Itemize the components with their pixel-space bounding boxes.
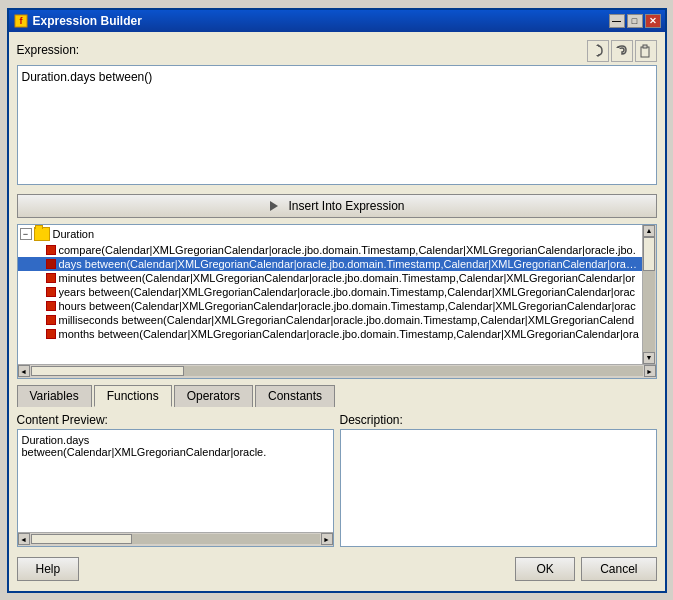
description-label: Description: bbox=[340, 413, 657, 427]
h-scroll-thumb bbox=[31, 366, 184, 376]
scroll-up-arrow[interactable]: ▲ bbox=[643, 225, 655, 237]
scroll-right-arrow[interactable]: ► bbox=[644, 365, 656, 377]
help-button[interactable]: Help bbox=[17, 557, 80, 581]
tree-item-milliseconds-between[interactable]: milliseconds between(Calendar|XMLGregori… bbox=[18, 313, 642, 327]
preview-scroll-right[interactable]: ► bbox=[321, 533, 333, 545]
preview-scroll-track bbox=[31, 534, 320, 544]
item-label: years between(Calendar|XMLGregorianCalen… bbox=[59, 286, 636, 298]
tree-item-hours-between[interactable]: hours between(Calendar|XMLGregorianCalen… bbox=[18, 299, 642, 313]
description-section: Description: bbox=[340, 413, 657, 547]
item-label: hours between(Calendar|XMLGregorianCalen… bbox=[59, 300, 636, 312]
tree-folder-duration[interactable]: − Duration bbox=[18, 225, 642, 243]
undo-button[interactable] bbox=[611, 40, 633, 62]
item-label: compare(Calendar|XMLGregorianCalendar|or… bbox=[59, 244, 636, 256]
scroll-down-arrow[interactable]: ▼ bbox=[643, 352, 655, 364]
refresh-button[interactable] bbox=[587, 40, 609, 62]
tree-scroll[interactable]: − Duration compare(Calendar|XMLGregorian… bbox=[18, 225, 642, 364]
tab-operators[interactable]: Operators bbox=[174, 385, 253, 407]
tree-item-days-between[interactable]: days between(Calendar|XMLGregorianCalend… bbox=[18, 257, 642, 271]
scroll-thumb bbox=[643, 237, 655, 272]
content-preview-box: Duration.days between(Calendar|XMLGregor… bbox=[17, 429, 334, 547]
folder-icon bbox=[34, 227, 50, 241]
vertical-scrollbar[interactable]: ▲ ▼ bbox=[642, 225, 656, 364]
item-label: minutes between(Calendar|XMLGregorianCal… bbox=[59, 272, 636, 284]
item-icon bbox=[46, 301, 56, 311]
window-icon: f bbox=[13, 13, 29, 29]
item-icon bbox=[46, 273, 56, 283]
content-preview-text: Duration.days between(Calendar|XMLGregor… bbox=[18, 430, 333, 462]
expression-label: Expression: bbox=[17, 43, 80, 57]
item-label: days between(Calendar|XMLGregorianCalend… bbox=[59, 258, 640, 270]
expression-input[interactable]: Duration.days between() bbox=[17, 65, 657, 185]
item-icon bbox=[46, 315, 56, 325]
tab-functions[interactable]: Functions bbox=[94, 385, 172, 407]
item-icon bbox=[46, 329, 56, 339]
toolbar-icons bbox=[587, 40, 657, 62]
horizontal-scrollbar[interactable]: ◄ ► bbox=[18, 364, 656, 378]
item-icon bbox=[46, 287, 56, 297]
title-bar: f Expression Builder — □ ✕ bbox=[9, 10, 665, 32]
tree-item-months-between[interactable]: months between(Calendar|XMLGregorianCale… bbox=[18, 327, 642, 341]
tabs-row: Variables Functions Operators Constants bbox=[17, 385, 657, 407]
close-button[interactable]: ✕ bbox=[645, 14, 661, 28]
minimize-button[interactable]: — bbox=[609, 14, 625, 28]
expression-section: Expression: bbox=[17, 40, 657, 188]
item-label: milliseconds between(Calendar|XMLGregori… bbox=[59, 314, 635, 326]
preview-scroll-left[interactable]: ◄ bbox=[18, 533, 30, 545]
title-bar-buttons: — □ ✕ bbox=[609, 14, 661, 28]
right-buttons: OK Cancel bbox=[515, 557, 656, 581]
tree-panel: − Duration compare(Calendar|XMLGregorian… bbox=[17, 224, 657, 379]
maximize-button[interactable]: □ bbox=[627, 14, 643, 28]
paste-button[interactable] bbox=[635, 40, 657, 62]
scroll-left-arrow[interactable]: ◄ bbox=[18, 365, 30, 377]
tree-item-minutes-between[interactable]: minutes between(Calendar|XMLGregorianCal… bbox=[18, 271, 642, 285]
insert-into-expression-button[interactable]: Insert Into Expression bbox=[17, 194, 657, 218]
svg-rect-3 bbox=[643, 45, 647, 48]
preview-scroll-thumb bbox=[31, 534, 132, 544]
svg-marker-4 bbox=[270, 201, 278, 211]
cancel-button[interactable]: Cancel bbox=[581, 557, 656, 581]
tree-item-years-between[interactable]: years between(Calendar|XMLGregorianCalen… bbox=[18, 285, 642, 299]
expression-builder-window: f Expression Builder — □ ✕ Expression: bbox=[7, 8, 667, 593]
window-content: Expression: bbox=[9, 32, 665, 591]
item-icon bbox=[46, 259, 56, 269]
folder-label: Duration bbox=[53, 228, 95, 240]
tree-content: − Duration compare(Calendar|XMLGregorian… bbox=[18, 225, 656, 364]
content-preview-section: Content Preview: Duration.days between(C… bbox=[17, 413, 334, 547]
tab-variables[interactable]: Variables bbox=[17, 385, 92, 407]
expand-icon[interactable]: − bbox=[20, 228, 32, 240]
item-label: months between(Calendar|XMLGregorianCale… bbox=[59, 328, 639, 340]
bottom-section: Content Preview: Duration.days between(C… bbox=[17, 413, 657, 547]
h-scroll-track bbox=[31, 366, 643, 376]
ok-button[interactable]: OK bbox=[515, 557, 575, 581]
item-icon bbox=[46, 245, 56, 255]
preview-h-scrollbar[interactable]: ◄ ► bbox=[18, 532, 333, 546]
description-box bbox=[340, 429, 657, 547]
scroll-track bbox=[643, 237, 655, 352]
window-title: Expression Builder bbox=[33, 14, 609, 28]
button-row: Help OK Cancel bbox=[17, 553, 657, 583]
tree-item-compare[interactable]: compare(Calendar|XMLGregorianCalendar|or… bbox=[18, 243, 642, 257]
content-preview-label: Content Preview: bbox=[17, 413, 334, 427]
tab-constants[interactable]: Constants bbox=[255, 385, 335, 407]
